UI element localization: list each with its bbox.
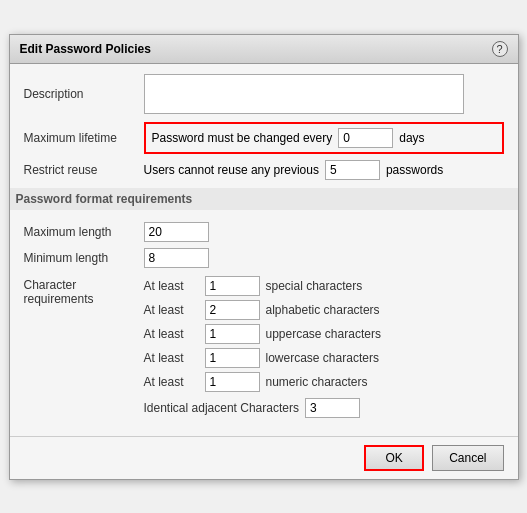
at-least-alphabetic: At least [144,303,199,317]
alphabetic-chars-input[interactable] [205,300,260,320]
min-length-row: Minimum length [24,248,504,268]
max-lifetime-text: Password must be changed every [152,131,333,145]
restrict-reuse-text: Users cannot reuse any previous [144,163,319,177]
char-req-list: At least special characters At least alp… [144,276,381,418]
alphabetic-chars-label: alphabetic characters [266,303,380,317]
identical-chars-row: Identical adjacent Characters [144,398,381,418]
at-least-numeric: At least [144,375,199,389]
description-field-container [144,74,504,114]
uppercase-chars-label: uppercase characters [266,327,381,341]
edit-password-dialog: Edit Password Policies ? Description Max… [9,34,519,480]
dialog-content: Description Maximum lifetime Password mu… [10,64,518,436]
numeric-chars-label: numeric characters [266,375,368,389]
description-input[interactable] [144,74,464,114]
max-lifetime-suffix: days [399,131,424,145]
cancel-button[interactable]: Cancel [432,445,503,471]
max-length-row: Maximum length [24,222,504,242]
numeric-chars-input[interactable] [205,372,260,392]
dialog-footer: OK Cancel [10,436,518,479]
identical-chars-label: Identical adjacent Characters [144,401,299,415]
uppercase-chars-input[interactable] [205,324,260,344]
password-format-header: Password format requirements [10,188,518,210]
max-lifetime-box: Password must be changed every days [144,122,504,154]
at-least-special: At least [144,279,199,293]
min-length-input[interactable] [144,248,209,268]
dialog-title: Edit Password Policies [20,42,151,56]
restrict-reuse-suffix: passwords [386,163,443,177]
restrict-reuse-row: Restrict reuse Users cannot reuse any pr… [24,160,504,180]
char-req-uppercase: At least uppercase characters [144,324,381,344]
description-label: Description [24,87,144,101]
char-req-numeric: At least numeric characters [144,372,381,392]
char-req-special: At least special characters [144,276,381,296]
max-lifetime-label: Maximum lifetime [24,131,144,145]
lowercase-chars-label: lowercase characters [266,351,379,365]
max-lifetime-input[interactable] [338,128,393,148]
char-req-label: Character requirements [24,276,144,306]
max-lifetime-row: Maximum lifetime Password must be change… [24,122,504,154]
char-req-alphabetic: At least alphabetic characters [144,300,381,320]
description-row: Description [24,74,504,114]
dialog-titlebar: Edit Password Policies ? [10,35,518,64]
restrict-reuse-label: Restrict reuse [24,163,144,177]
at-least-uppercase: At least [144,327,199,341]
restrict-reuse-input[interactable] [325,160,380,180]
lowercase-chars-input[interactable] [205,348,260,368]
char-req-lowercase: At least lowercase characters [144,348,381,368]
ok-button[interactable]: OK [364,445,424,471]
max-length-label: Maximum length [24,225,144,239]
char-req-section: Character requirements At least special … [24,276,504,418]
special-chars-input[interactable] [205,276,260,296]
special-chars-label: special characters [266,279,363,293]
help-icon[interactable]: ? [492,41,508,57]
at-least-lowercase: At least [144,351,199,365]
identical-chars-input[interactable] [305,398,360,418]
max-length-input[interactable] [144,222,209,242]
min-length-label: Minimum length [24,251,144,265]
restrict-reuse-content: Users cannot reuse any previous password… [144,160,504,180]
